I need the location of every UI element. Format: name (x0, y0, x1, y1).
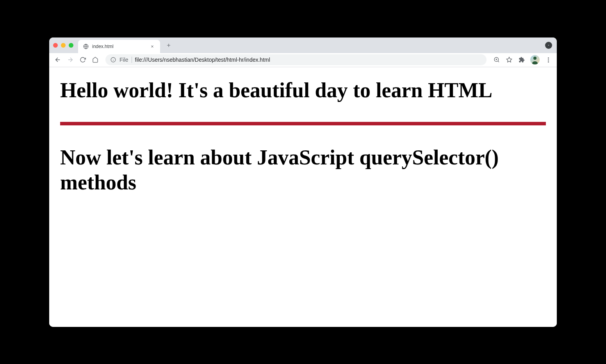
tab-bar: index.html (49, 37, 557, 53)
zoom-icon[interactable] (491, 54, 502, 65)
browser-window: index.html (49, 37, 557, 327)
new-tab-button[interactable] (163, 40, 174, 51)
minimize-window-button[interactable] (61, 43, 66, 48)
svg-line-12 (498, 61, 499, 62)
toolbar: File file:///Users/nsebhastian/Desktop/t… (49, 53, 557, 67)
tab-search-button[interactable] (545, 42, 552, 49)
tab-bar-right (545, 42, 552, 49)
home-button[interactable] (90, 54, 101, 65)
back-button[interactable] (52, 54, 63, 65)
maximize-window-button[interactable] (69, 43, 73, 48)
menu-button[interactable] (543, 54, 554, 65)
address-bar[interactable]: File file:///Users/nsebhastian/Desktop/t… (105, 54, 487, 65)
profile-avatar[interactable] (530, 55, 540, 64)
close-tab-button[interactable] (149, 43, 155, 50)
reload-button[interactable] (77, 54, 88, 65)
horizontal-rule (60, 122, 546, 125)
toolbar-right (491, 54, 554, 65)
globe-icon (83, 43, 89, 50)
page-heading-2: Now let's learn about JavaScript querySe… (60, 145, 546, 196)
close-window-button[interactable] (53, 43, 58, 48)
window-controls (53, 43, 73, 48)
page-heading-1: Hello world! It's a beautiful day to lea… (60, 78, 546, 102)
bookmark-icon[interactable] (504, 54, 515, 65)
address-url: file:///Users/nsebhastian/Desktop/test/h… (135, 57, 482, 63)
address-scheme-label: File (119, 57, 132, 63)
page-content: Hello world! It's a beautiful day to lea… (49, 67, 557, 327)
forward-button[interactable] (65, 54, 76, 65)
browser-tab[interactable]: index.html (78, 40, 160, 53)
extensions-icon[interactable] (516, 54, 527, 65)
svg-marker-15 (506, 57, 512, 62)
tab-title: index.html (92, 44, 146, 49)
info-icon[interactable] (110, 57, 116, 63)
